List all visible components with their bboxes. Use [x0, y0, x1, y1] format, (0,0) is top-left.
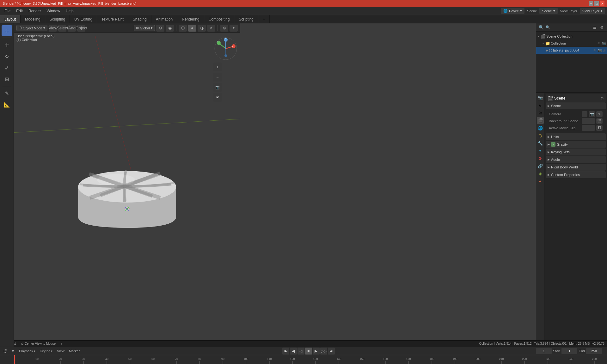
toggle-camera-btn[interactable]: 📷	[213, 83, 222, 92]
viewport-3d[interactable]: User Perspective (Local) (1) Collection	[14, 23, 240, 347]
tab-sculpting[interactable]: Sculpting	[45, 15, 70, 23]
prop-constraints-btn[interactable]: 🔗	[537, 162, 544, 169]
overlay-btn[interactable]: ⊛	[220, 25, 228, 32]
start-frame-input[interactable]	[561, 348, 577, 354]
menu-render[interactable]: Render	[26, 8, 43, 14]
jump-start-btn[interactable]: ⏮	[282, 348, 289, 355]
playback-btn[interactable]: Playback ▾	[18, 349, 37, 354]
tool-scale[interactable]: ⤢	[2, 62, 12, 73]
tool-move[interactable]: ✛	[2, 39, 12, 50]
add-menu-btn[interactable]: Add	[68, 25, 76, 32]
prop-render-btn[interactable]: 📷	[537, 94, 544, 101]
prop-physics-btn[interactable]: ⚙	[537, 155, 544, 162]
outliner-settings-btn[interactable]: ⚙	[599, 25, 604, 30]
close-button[interactable]: ✕	[600, 1, 604, 6]
tool-rotate[interactable]: ↻	[2, 51, 12, 62]
rendered-shading-btn[interactable]: ☀	[207, 25, 215, 32]
object-menu-btn[interactable]: Object	[77, 25, 85, 32]
keying-section-header[interactable]: Keying Sets	[546, 149, 606, 155]
prop-world-btn[interactable]: 🌐	[537, 124, 544, 131]
outliner-object[interactable]: ▶ ⬡ tablets_pivot.004 👁 📷 ◎	[536, 47, 607, 54]
tab-modeling[interactable]: Modeling	[21, 15, 45, 23]
prop-view-layer-btn[interactable]: 🗂	[537, 109, 544, 116]
tab-rendering[interactable]: Rendering	[177, 15, 204, 23]
camera-icon[interactable]: 📷	[589, 111, 595, 117]
tab-scripting[interactable]: Scripting	[234, 15, 258, 23]
snap-toggle[interactable]: ⊙	[156, 25, 164, 32]
prop-modifier-btn[interactable]: 🔧	[537, 140, 544, 147]
prop-data-btn[interactable]: ◈	[537, 170, 544, 177]
scene-section-header[interactable]: Scene	[546, 102, 606, 109]
camera-value[interactable]	[582, 111, 587, 117]
custom-section-header[interactable]: Custom Properties	[546, 171, 606, 178]
add-workspace-button[interactable]: +	[258, 15, 270, 23]
timeline-type-btn[interactable]: ⏱	[3, 348, 8, 354]
bg-scene-value[interactable]	[582, 118, 595, 124]
tool-measure[interactable]: 📐	[2, 99, 12, 110]
outliner-filter-btn[interactable]: ☰	[592, 25, 598, 30]
timeline-playhead[interactable]	[14, 355, 15, 364]
gizmo-btn[interactable]: ✦	[230, 25, 238, 32]
proportional-edit-btn[interactable]: ◉	[166, 25, 174, 32]
tab-compositing[interactable]: Compositing	[204, 15, 235, 23]
vis-render-icon[interactable]: 📷	[602, 42, 606, 45]
menu-help[interactable]: Help	[63, 8, 76, 14]
toggle-vr-btn[interactable]: 👁	[213, 93, 222, 102]
wireframe-shading-btn[interactable]: ⬡	[179, 25, 187, 32]
timeline-ruler[interactable]: 10 20 30 40 50 60 70 80 90 100 110 120 1…	[0, 355, 607, 364]
prop-settings-icon[interactable]: ⚙	[600, 96, 604, 100]
object-vis-render-icon[interactable]: 📷	[598, 49, 602, 52]
movie-clip-icon[interactable]: 🎞	[596, 125, 603, 131]
outliner-collection[interactable]: ▼ 📁 Collection 👁 📷	[536, 40, 607, 47]
menu-file[interactable]: File	[2, 8, 13, 14]
units-section-header[interactable]: Units	[546, 133, 606, 140]
play-reverse-btn[interactable]: ◁	[297, 348, 304, 355]
prop-particles-btn[interactable]: ✦	[537, 147, 544, 154]
vis-eye-icon[interactable]: 👁	[598, 42, 601, 45]
prop-output-btn[interactable]: 🖨	[537, 102, 544, 109]
tab-animation[interactable]: Animation	[151, 15, 177, 23]
prop-content[interactable]: 🎬 Scene ⚙ Scene Camera 📷 ✎	[544, 93, 607, 347]
view-layer-dropdown[interactable]: View Layer ▾	[580, 8, 605, 14]
timeline-expand-btn[interactable]: ▼	[10, 348, 16, 354]
gravity-section-header[interactable]: ✓ Gravity	[546, 141, 606, 148]
maximize-button[interactable]: □	[594, 1, 599, 6]
prop-scene-btn[interactable]: 🎬	[537, 117, 544, 124]
audio-section-header[interactable]: Audio	[546, 156, 606, 163]
zoom-in-btn[interactable]: +	[213, 63, 222, 71]
play-btn[interactable]: ▶	[313, 348, 320, 355]
marker-btn[interactable]: Marker	[68, 349, 81, 354]
solid-shading-btn[interactable]: ●	[188, 25, 196, 32]
tool-cursor[interactable]: ⊹	[2, 25, 12, 36]
orientation-gizmo[interactable]: X Y Z	[213, 36, 238, 61]
lookdev-shading-btn[interactable]: ◑	[198, 25, 206, 32]
gravity-checkbox[interactable]: ✓	[551, 142, 555, 147]
outliner-scene-collection[interactable]: ▼ 🎬 Scene Collection	[536, 33, 607, 40]
object-vis-eye-icon[interactable]: 👁	[593, 49, 597, 52]
prop-material-btn[interactable]: ●	[537, 178, 544, 185]
end-frame-input[interactable]	[586, 348, 602, 354]
tool-transform[interactable]: ⊞	[2, 74, 12, 84]
next-frame-btn[interactable]: ▷▷	[320, 348, 327, 355]
jump-end-btn[interactable]: ⏭	[328, 348, 335, 355]
prop-object-btn[interactable]: ⬡	[537, 132, 544, 139]
engine-dropdown[interactable]: 🌐 Eevee ▾	[501, 8, 524, 14]
view-menu-btn[interactable]: View	[49, 25, 57, 32]
object-mode-dropdown[interactable]: ⬡ Object Mode ▾	[16, 25, 47, 31]
camera-edit-icon[interactable]: ✎	[596, 111, 603, 117]
tool-annotate[interactable]: ✎	[2, 88, 12, 99]
transform-orient-dropdown[interactable]: ⊞ Global ▾	[134, 25, 155, 31]
view-btn[interactable]: View	[56, 349, 66, 354]
tab-uv-editing[interactable]: UV Editing	[70, 15, 97, 23]
tab-layout[interactable]: Layout	[0, 15, 21, 23]
movie-clip-value[interactable]	[582, 125, 595, 131]
menu-window[interactable]: Window	[44, 8, 63, 14]
keying-btn[interactable]: Keying ▾	[39, 349, 54, 354]
tab-shading[interactable]: Shading	[128, 15, 151, 23]
tab-texture-paint[interactable]: Texture Paint	[97, 15, 128, 23]
menu-edit[interactable]: Edit	[14, 8, 25, 14]
minimize-button[interactable]: ─	[589, 1, 593, 6]
stop-btn[interactable]: ■	[305, 348, 312, 355]
zoom-out-btn[interactable]: −	[213, 73, 222, 82]
rigid-body-section-header[interactable]: Rigid Body World	[546, 164, 606, 171]
